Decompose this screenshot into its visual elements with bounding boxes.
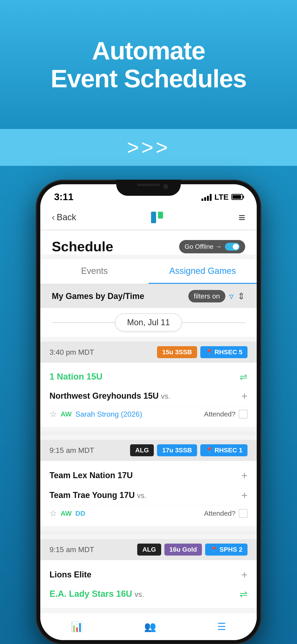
filters-on-badge[interactable]: filters on xyxy=(188,290,226,302)
game-header-2: 9:15 am MDT ALG 17u 3SSB 📍 RHSEC 1 xyxy=(40,440,257,461)
attended-row-2: Attended? xyxy=(204,509,248,518)
status-time: 3:11 xyxy=(54,192,74,202)
game-location-1[interactable]: 📍 RHSEC 5 xyxy=(200,346,248,358)
star-icon-1[interactable]: ☆ xyxy=(50,409,57,419)
schedule-title: Schedule xyxy=(52,238,113,254)
expand-icon-2b[interactable]: + xyxy=(241,489,248,502)
bottom-nav-chart[interactable]: 📊 xyxy=(71,621,83,632)
svg-rect-0 xyxy=(151,212,156,223)
game-card-1: 3:40 pm MDT 15u 3SSB 📍 RHSEC 5 1 Nation … xyxy=(40,342,257,427)
hero-section: Automate Event Schedules xyxy=(0,0,297,129)
team2-name-3[interactable]: E.A. Lady Stars 16U vs. xyxy=(50,589,144,599)
attended-label-1: Attended? xyxy=(204,410,236,418)
game-location-2[interactable]: 📍 RHSEC 1 xyxy=(200,444,248,456)
location-pin-icon-2: 📍 xyxy=(205,447,213,454)
game-time-2: 9:15 am MDT xyxy=(50,446,94,455)
badge-aw-1: AW xyxy=(60,410,72,418)
location-pin-icon: 📍 xyxy=(205,349,213,356)
app-nav: ‹ Back ≡ xyxy=(40,205,257,230)
team1-name-2[interactable]: Team Lex Nation 17U xyxy=(50,470,132,480)
scout-left-1: ☆ AW Sarah Strong (2026) xyxy=(50,409,142,419)
shuffle-icon-1: ⇌ xyxy=(240,371,248,382)
game-location-3[interactable]: 📍 SPHS 2 xyxy=(205,544,248,556)
phone-section: 3:11 LTE ‹ Back xyxy=(0,166,297,644)
toggle-switch[interactable] xyxy=(225,243,240,250)
back-button[interactable]: ‹ Back xyxy=(52,212,76,222)
people-icon: 👥 xyxy=(144,621,156,632)
card-divider-2 xyxy=(40,531,257,534)
scout-row-1: ☆ AW Sarah Strong (2026) Attended? xyxy=(50,406,248,422)
team-row-1a: 1 Nation 15U ⇌ xyxy=(50,367,248,386)
battery-fill xyxy=(232,195,241,199)
game-card-3: 9:15 am MDT ALG 16u Gold 📍 SPHS 2 xyxy=(40,539,257,608)
signal-bars-icon xyxy=(202,193,212,201)
game-tag-age-3: 16u Gold xyxy=(164,544,202,556)
battery-icon xyxy=(232,194,243,200)
game-time-1: 3:40 pm MDT xyxy=(50,348,94,356)
game-header-1: 3:40 pm MDT 15u 3SSB 📍 RHSEC 5 xyxy=(40,342,257,363)
card-divider-1 xyxy=(40,432,257,435)
badge-dd-2: DD xyxy=(75,510,85,517)
filter-icon[interactable]: ▿ xyxy=(229,291,234,302)
app-logo xyxy=(149,209,165,226)
game-body-1: 1 Nation 15U ⇌ Northwest Greyhounds 15U … xyxy=(40,363,257,427)
game-body-2: Team Lex Nation 17U + Team Trae Young 17… xyxy=(40,461,257,526)
game-time-3: 9:15 am MDT xyxy=(50,546,94,554)
expand-icon-3a[interactable]: + xyxy=(241,568,248,581)
expand-icon-2a[interactable]: + xyxy=(241,469,248,482)
tab-assigned-games[interactable]: Assigned Games xyxy=(148,259,257,284)
scout-left-2: ☆ AW DD xyxy=(50,508,86,518)
game-card-2: 9:15 am MDT ALG 17u 3SSB 📍 RHSEC 1 xyxy=(40,440,257,526)
tabs-bar: Events Assigned Games xyxy=(40,259,257,284)
attended-checkbox-2[interactable] xyxy=(239,509,248,518)
menu-button[interactable]: ≡ xyxy=(238,212,245,223)
menu-bottom-icon: ☰ xyxy=(217,621,226,632)
svg-rect-1 xyxy=(158,212,163,218)
location-label-1: RHSEC 5 xyxy=(214,348,242,356)
shuffle-icon-3: ⇌ xyxy=(240,588,248,600)
location-pin-icon-3: 📍 xyxy=(210,546,218,553)
scout-name-1: Sarah Strong (2026) xyxy=(75,410,142,418)
attended-row-1: Attended? xyxy=(204,410,248,418)
offline-toggle[interactable]: Go Offline → xyxy=(179,240,245,253)
filter-bar: My Games by Day/Time filters on ▿ ⇕ xyxy=(40,284,257,308)
game-tag-age-1: 15u 3SSB xyxy=(157,346,197,358)
game-tag-alg-2: ALG xyxy=(130,444,154,456)
chart-icon: 📊 xyxy=(71,621,83,632)
team-row-1b: Northwest Greyhounds 15U vs. + xyxy=(50,386,248,406)
game-tag-alg-3: ALG xyxy=(137,544,161,556)
date-badge[interactable]: Mon, Jul 11 xyxy=(115,314,182,332)
game-tags-3: ALG 16u Gold 📍 SPHS 2 xyxy=(137,544,248,556)
phone-screen: 3:11 LTE ‹ Back xyxy=(40,184,257,640)
schedule-header: Schedule Go Offline → xyxy=(40,230,257,254)
team2-name-1[interactable]: Northwest Greyhounds 15U vs. xyxy=(50,391,170,401)
game-header-3: 9:15 am MDT ALG 16u Gold 📍 SPHS 2 xyxy=(40,539,257,560)
arrow-bar: >>> xyxy=(0,129,297,166)
notch-speaker xyxy=(137,184,160,186)
location-label-3: SPHS 2 xyxy=(220,546,242,553)
bottom-nav-people[interactable]: 👥 xyxy=(144,621,156,632)
game-body-3: Lions Elite + E.A. Lady Stars 16U vs. ⇌ xyxy=(40,560,257,608)
tab-events[interactable]: Events xyxy=(40,259,148,284)
team2-name-2[interactable]: Team Trae Young 17U vs. xyxy=(50,490,146,500)
star-icon-2[interactable]: ☆ xyxy=(50,508,57,518)
phone-frame: 3:11 LTE ‹ Back xyxy=(36,180,261,644)
offline-label: Go Offline → xyxy=(185,243,222,250)
expand-icon-1[interactable]: + xyxy=(241,390,248,402)
bottom-nav: 📊 👥 ☰ xyxy=(40,612,257,640)
arrows-icon: >>> xyxy=(127,136,170,160)
game-tag-age-2: 17u 3SSB xyxy=(157,444,197,456)
team1-name-3[interactable]: Lions Elite xyxy=(50,570,92,580)
status-icons: LTE xyxy=(202,192,243,202)
back-arrow-icon: ‹ xyxy=(52,212,55,222)
bottom-nav-menu[interactable]: ☰ xyxy=(217,621,226,632)
scout-row-2: ☆ AW DD Attended? xyxy=(50,505,248,522)
attended-checkbox-1[interactable] xyxy=(239,410,248,418)
game-tags-2: ALG 17u 3SSB 📍 RHSEC 1 xyxy=(130,444,248,456)
team1-name-1[interactable]: 1 Nation 15U xyxy=(50,372,102,382)
sort-icon[interactable]: ⇕ xyxy=(237,291,245,302)
team-row-3b: E.A. Lady Stars 16U vs. ⇌ xyxy=(50,584,248,603)
phone-notch xyxy=(116,180,181,196)
team-row-2b: Team Trae Young 17U vs. + xyxy=(50,485,248,505)
location-label-2: RHSEC 1 xyxy=(214,446,242,454)
